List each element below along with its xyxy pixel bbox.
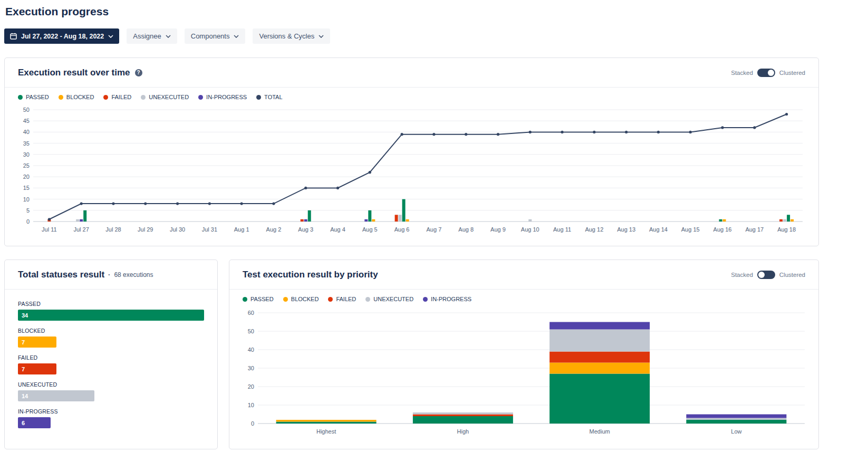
stack-segment-failed [413,415,513,417]
legend-item-passed[interactable]: PASSED [18,94,49,100]
y-tick-label: 45 [23,118,30,124]
total-line-point [176,202,179,205]
legend-dot [59,95,63,100]
legend-item-blocked[interactable]: BLOCKED [283,296,319,302]
status-label: FAILED [18,354,204,361]
stack-segment-blocked [549,363,650,374]
priority-chart-wrap: 0102030405060HighestHighMediumLow [229,306,818,443]
legend-item-failed[interactable]: FAILED [328,296,356,302]
legend-item-unexecuted[interactable]: UNEXECUTED [141,94,189,100]
legend-item-in-progress[interactable]: IN-PROGRESS [198,94,247,100]
bar-passed [787,215,790,222]
status-row-in-progress: IN-PROGRESS6 [18,408,204,428]
total-line-point [144,202,147,205]
y-tick-label: 30 [248,365,254,371]
execution-result-over-time-card: Execution result over time ? Stacked Clu… [4,57,819,246]
date-range-label: Jul 27, 2022 - Aug 18, 2022 [21,33,104,40]
calendar-icon [10,33,17,40]
bar-failed [301,219,304,222]
stacked-label: Stacked [731,70,753,76]
total-line-point [80,202,83,205]
bar-unexecuted [76,219,79,222]
x-tick-label: Aug 3 [298,226,313,233]
legend-label: FAILED [111,94,131,100]
executions-count: 68 executions [114,271,153,278]
x-tick-label: Aug 6 [394,226,410,233]
execution-progress-page: Execution progress Jul 27, 2022 - Aug 18… [0,0,868,454]
legend-label: BLOCKED [291,296,319,302]
x-tick-label: Aug 14 [649,226,668,233]
y-tick-label: 40 [23,129,30,135]
bar-unexecuted [399,215,402,222]
total-statuses-card: Total statuses result · 68 executions PA… [4,259,218,449]
bar-blocked [723,219,726,222]
bar-passed [83,210,86,222]
total-line-point [657,131,660,133]
legend-item-passed[interactable]: PASSED [243,296,274,302]
bar-passed [719,219,722,222]
legend-dot [243,297,247,302]
filter-bar: Jul 27, 2022 - Aug 18, 2022 Assignee Com… [4,28,864,44]
x-tick-label: Aug 5 [362,226,378,233]
y-tick-label: 60 [248,310,254,316]
legend-label: IN-PROGRESS [206,94,247,100]
legend-label: PASSED [250,296,274,302]
y-tick-label: 0 [26,218,30,225]
date-range-filter[interactable]: Jul 27, 2022 - Aug 18, 2022 [4,28,119,44]
bar-unexecuted [528,219,532,222]
components-filter[interactable]: Components [185,28,246,44]
total-line-point [432,133,435,136]
legend-item-in-progress[interactable]: IN-PROGRESS [423,296,471,302]
status-bar-in-progress: 6 [18,417,51,428]
stack-segment-unexecuted [549,330,650,352]
x-tick-label: Aug 7 [427,226,442,233]
total-line-point [304,187,307,189]
legend-label: UNEXECUTED [149,94,189,100]
total-line-point [721,126,724,129]
toggle-knob [768,70,774,76]
legend-item-failed[interactable]: FAILED [103,94,131,100]
x-tick-label: Jul 29 [138,226,153,233]
y-tick-label: 0 [251,420,254,427]
status-row-blocked: BLOCKED7 [18,328,204,348]
subtitle-separator: · [108,271,110,278]
versions-cycles-filter[interactable]: Versions & Cycles [253,28,330,44]
assignee-filter[interactable]: Assignee [127,28,177,44]
card-title: Test execution result by priority [243,270,378,280]
total-line-point [112,202,114,205]
over-time-chart-legend: PASSEDBLOCKEDFAILEDUNEXECUTEDIN-PROGRESS… [5,88,818,104]
y-tick-label: 20 [23,174,30,180]
bar-passed [368,210,371,222]
status-value: 6 [22,420,25,426]
x-tick-label: Aug 4 [330,226,345,233]
legend-item-total[interactable]: TOTAL [256,94,282,100]
status-row-failed: FAILED7 [18,354,204,374]
total-line-point [48,218,51,220]
status-label: UNEXECUTED [18,381,204,388]
stacked-clustered-toggle: Stacked Clustered [731,271,805,279]
status-bar-blocked: 7 [18,337,56,348]
card-title-wrap: Test execution result by priority [243,270,378,280]
total-line-point [785,113,788,116]
bar-blocked [372,219,375,222]
total-line-point [401,133,403,136]
status-list: PASSED34BLOCKED7FAILED7UNEXECUTED14IN-PR… [5,290,217,428]
legend-label: UNEXECUTED [373,296,413,302]
status-value: 34 [22,312,28,319]
help-icon[interactable]: ? [135,69,142,76]
legend-label: TOTAL [264,94,282,100]
toggle-switch[interactable] [757,271,775,279]
legend-item-unexecuted[interactable]: UNEXECUTED [365,296,413,302]
x-tick-label: Aug 15 [681,226,700,233]
status-bar-failed: 7 [18,363,56,374]
stack-segment-failed [549,352,650,363]
status-label: IN-PROGRESS [18,408,204,415]
legend-item-blocked[interactable]: BLOCKED [59,94,94,100]
legend-label: PASSED [26,94,49,100]
toggle-switch[interactable] [757,69,775,77]
bar-passed [308,210,311,222]
x-tick-label: Aug 9 [490,226,506,233]
legend-dot [423,297,428,302]
legend-dot [18,95,23,100]
x-tick-label: Jul 28 [105,226,121,233]
